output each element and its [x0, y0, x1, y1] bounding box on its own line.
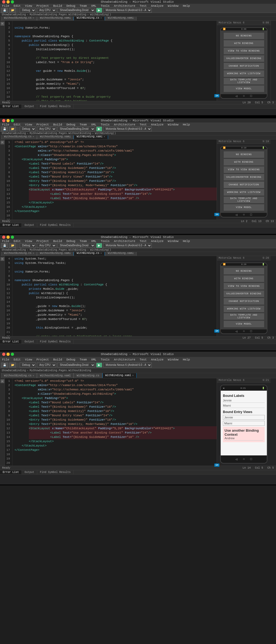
tab-close-5[interactable]: ✕ [33, 252, 34, 255]
error-list-tab-4[interactable]: Error List [0, 470, 22, 474]
menu-test-3[interactable]: Test [139, 240, 148, 243]
phone-back-icon-4[interactable]: ◁ [236, 457, 237, 461]
menu-file-1[interactable]: File [1, 4, 10, 8]
menu-tools-3[interactable]: Tools [100, 240, 111, 243]
tab-withxaml-3[interactable]: WithBinding.xaml [105, 252, 137, 256]
bc-file-2[interactable]: MyShowDataBinding.Pages.WithoutBinding [30, 132, 91, 135]
proj-dd-2[interactable]: ShowDataBinding.Droid [57, 127, 95, 131]
device-dropdown-1[interactable]: Motorola Nexus 6 (Android 6.0 - API 231 [103, 8, 152, 13]
device-dd-3[interactable]: Motorola Nexus 6 (Android 6.0 - API 231 [103, 243, 152, 248]
menu-tools-4[interactable]: Tools [100, 358, 111, 361]
menu-xml-4[interactable]: XML [90, 358, 98, 361]
menu-file-3[interactable]: File [1, 240, 10, 243]
config-dropdown-1[interactable]: Debug [20, 8, 36, 13]
error-list-tab-1[interactable]: Error List [0, 104, 22, 108]
entry-homecity[interactable]: Miami [223, 421, 265, 426]
tab-withoutcs-4[interactable]: WithoutBinding.cs✕ [1, 373, 37, 378]
phone-recent-icon-2[interactable]: □ [250, 213, 252, 217]
menu-arch-2[interactable]: Architecture [113, 123, 136, 126]
tab-withoutbinding-xaml-1[interactable]: WithoutBinding.xaml [37, 17, 74, 21]
bc-file-4[interactable]: MyShowDataBinding.Pages.WithoutBinding [30, 369, 91, 372]
tab-withxaml-4[interactable]: WithBinding.xaml✕ [102, 373, 137, 378]
tab-withoutxaml-2[interactable]: WithoutBinding.xaml [37, 135, 74, 139]
tab-close-6[interactable]: ✕ [101, 252, 102, 255]
min-btn-2[interactable] [6, 119, 10, 122]
menu-help-1[interactable]: Help [182, 4, 191, 8]
menu-test-2[interactable]: Test [139, 123, 148, 126]
find-symbol-tab-1[interactable]: Find Symbol Results [37, 104, 74, 108]
device-dd-2[interactable]: Motorola Nexus 6 (Android 6.0 - API 231 [103, 127, 152, 131]
tab-withoutbinding-cs-1[interactable]: WithoutBinding.cs ✕ [1, 17, 37, 21]
tab-close-3[interactable]: ✕ [33, 135, 34, 138]
output-tab-2[interactable]: Output [22, 223, 37, 227]
error-list-tab-3[interactable]: Error List [0, 340, 22, 344]
phone-recent-icon-3[interactable]: □ [250, 329, 252, 333]
bc-member-2[interactable]: WithBinding() [95, 132, 116, 135]
bc-project-3[interactable]: ShowDataBinding [2, 248, 26, 251]
phone-valueconv-3[interactable]: VALUECONVERTER BINDING [224, 291, 264, 297]
menu-debug-1[interactable]: Debug [65, 4, 76, 8]
tab-withoutxaml-4[interactable]: WithoutBinding.xaml [37, 373, 74, 378]
phone-nobinding-2[interactable]: NO BINDING [224, 151, 264, 158]
menu-team-2[interactable]: Team [78, 123, 88, 126]
code-editor-3[interactable]: 4567891011121314151617181920212223242526… [5, 256, 217, 336]
tab-withcs-3[interactable]: WithBinding.cs✕ [74, 252, 105, 256]
save-btn-3[interactable]: 💾 [1, 243, 8, 248]
tab-close-2[interactable]: ✕ [101, 17, 102, 19]
phone-home-icon-1[interactable]: ○ [243, 94, 245, 98]
menu-window-3[interactable]: Window [167, 240, 180, 243]
min-btn-1[interactable] [6, 0, 10, 4]
menu-analyze-2[interactable]: Analyze [150, 123, 164, 126]
tab-withoutcs-3[interactable]: WithoutBinding.cs✕ [1, 252, 37, 256]
phone-listview-3[interactable]: WORKING WITH LISTVIEW [224, 306, 264, 312]
menu-analyze-4[interactable]: Analyze [150, 358, 164, 361]
run-btn-1[interactable]: ▶ [96, 8, 102, 13]
find-symbol-tab-3[interactable]: Find Symbol Results [37, 340, 74, 344]
bc-file-3[interactable]: MyShowDataBinding.Pages.WithBinding [30, 248, 86, 251]
tab-withbinding-cs-1[interactable]: WithBinding.cs ✕ [74, 17, 105, 21]
tab-withoutxaml-3[interactable]: WithoutBinding.xaml [37, 252, 74, 256]
menu-view-3[interactable]: View [24, 240, 33, 243]
menu-help-3[interactable]: Help [182, 240, 191, 243]
code-content-4[interactable]: <?xml version="1.0" encoding="utf-8" ?> … [12, 378, 217, 466]
bc-file-1[interactable]: MyShowDataBinding.Pages.WithBinding [30, 13, 86, 16]
menu-tools-1[interactable]: Tools [100, 4, 111, 8]
tab-withcs-4[interactable]: WithBinding.cs [74, 373, 102, 378]
phone-nobinding-1[interactable]: NO BINDING [224, 33, 264, 39]
phone-withbinding-3[interactable]: WITH BINDING [224, 275, 264, 282]
phone-home-icon-2[interactable]: ○ [243, 213, 245, 217]
bc-member-3[interactable]: WithBinding() [90, 248, 111, 251]
phone-back-icon-2[interactable]: ◁ [236, 213, 237, 217]
phone-listview-2[interactable]: WORKING WITH LISTVIEW [224, 189, 264, 196]
menu-build-4[interactable]: Build [52, 358, 63, 361]
menu-window-1[interactable]: Window [167, 4, 180, 8]
menu-file-4[interactable]: File [1, 358, 10, 361]
close-btn-2[interactable] [2, 119, 5, 122]
menu-help-4[interactable]: Help [182, 358, 191, 361]
save-btn-4[interactable]: 💾 [1, 363, 8, 367]
min-btn-4[interactable] [6, 353, 10, 356]
menu-xml-2[interactable]: XML [90, 123, 98, 126]
menu-team-1[interactable]: Team [78, 4, 88, 8]
phone-valueconv-1[interactable]: VALUECONVERTER BINDING [224, 55, 264, 62]
menu-xml-1[interactable]: XML [90, 4, 98, 8]
code-content-1[interactable]: using Xamarin.Forms; namespace ShowDataB… [12, 21, 217, 101]
phone-listview-1[interactable]: WORKING WITH LISTVIEW [224, 70, 264, 77]
find-symbol-tab-2[interactable]: Find Symbol Results [37, 223, 74, 227]
run-btn-2[interactable]: ▶ [96, 127, 102, 131]
menu-window-4[interactable]: Window [167, 358, 180, 361]
open-btn-1[interactable]: 📂 [9, 8, 16, 13]
phone-viewmodel-1[interactable]: VIEW MODEL [224, 86, 264, 92]
menu-xml-3[interactable]: XML [90, 240, 98, 243]
close-btn-3[interactable] [2, 236, 5, 239]
tab-withxaml-2[interactable]: WithBinding.xaml✕ [74, 135, 108, 139]
phone-viewtoview-2[interactable]: VIEW TO VIEW BINDING [224, 166, 264, 173]
phone-viewtoview-1[interactable]: VIEW TO VIEW BINDING [224, 48, 264, 54]
code-editor-4[interactable]: 1234567891011121314151617181920 <?xml ve… [5, 378, 217, 466]
phone-changenotif-2[interactable]: CHANGE NOTIFICATION [224, 182, 264, 188]
menu-view-1[interactable]: View [24, 4, 33, 8]
tab-close-1[interactable]: ✕ [33, 17, 34, 20]
menu-project-1[interactable]: Project [35, 4, 50, 8]
new-btn-1[interactable]: 💾 [1, 8, 8, 13]
phone-viewmodel-2[interactable]: VIEW MODEL [224, 204, 264, 211]
